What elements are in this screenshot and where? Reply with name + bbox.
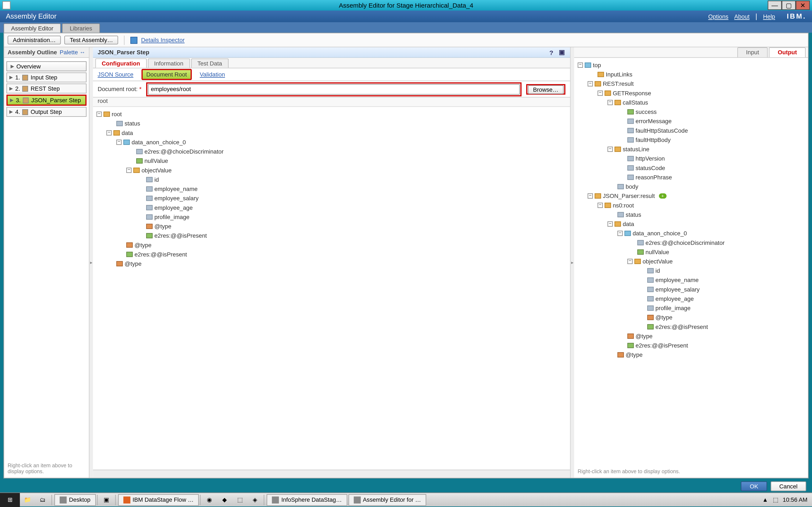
tree-node[interactable]: −GETResponse (578, 88, 805, 98)
tree-node[interactable]: −top (578, 60, 805, 69)
step-json-parser[interactable]: ▶3.JSON_Parser Step (6, 95, 87, 106)
close-button[interactable]: ✕ (796, 1, 810, 10)
tree-node[interactable]: nullValue (578, 247, 805, 257)
tree-node[interactable]: reasonPhrase (578, 172, 805, 182)
right-splitter[interactable] (571, 47, 574, 478)
step-input[interactable]: ▶1.Input Step (6, 72, 87, 82)
tab-information[interactable]: Information (148, 59, 190, 68)
test-assembly-button[interactable]: Test Assembly… (64, 36, 118, 44)
tab-input[interactable]: Input (738, 47, 768, 57)
tab-libraries[interactable]: Libraries (62, 23, 100, 33)
task-assembly-editor[interactable]: Assembly Editor for … (348, 494, 426, 506)
tree-node[interactable]: e2res:@@isPresent (96, 249, 566, 259)
ok-button[interactable]: OK (741, 481, 767, 491)
task-datastage-flow[interactable]: IBM DataStage Flow … (118, 494, 199, 506)
tree-node[interactable]: −data_anon_choice_0 (96, 137, 566, 147)
collapse-toggle[interactable]: − (578, 62, 583, 67)
collapse-toggle[interactable]: − (588, 81, 593, 86)
tree-node[interactable]: InputLinks (578, 69, 805, 79)
collapse-toggle[interactable]: − (617, 230, 623, 236)
tree-node[interactable]: success (578, 107, 805, 116)
cfg-validation[interactable]: Validation (200, 71, 225, 77)
start-button[interactable]: ⊞ (0, 493, 20, 507)
tree-node[interactable]: −callStatus (578, 98, 805, 107)
tree-node[interactable]: e2res:@@isPresent (578, 341, 805, 350)
tree-node[interactable]: profile_image (96, 212, 566, 221)
tree-node[interactable]: −data (578, 219, 805, 228)
tree-node[interactable]: employee_name (96, 184, 566, 193)
cfg-document-root[interactable]: Document Root (142, 69, 192, 80)
tree-node[interactable]: −objectValue (96, 165, 566, 174)
ql-app1-icon[interactable]: ◆ (217, 493, 232, 507)
tree-node[interactable]: status (578, 210, 805, 219)
ql-app3-icon[interactable]: ◈ (247, 493, 263, 507)
tree-node[interactable]: e2res:@@choiceDiscriminator (96, 147, 566, 156)
collapse-toggle[interactable]: − (588, 193, 593, 199)
tree-node[interactable]: −data (96, 128, 566, 137)
tree-node[interactable]: −JSON_Parser:result+ (578, 191, 805, 200)
collapse-toggle[interactable]: − (106, 130, 112, 135)
tree-node[interactable]: faultHttpStatusCode (578, 125, 805, 135)
collapse-toggle[interactable]: − (608, 221, 613, 226)
tree-node[interactable]: @type (578, 313, 805, 322)
about-link[interactable]: About (734, 13, 749, 19)
tree-node[interactable]: @type (578, 331, 805, 341)
maximize-panel-icon[interactable]: ▣ (558, 49, 565, 56)
collapse-toggle[interactable]: − (598, 90, 603, 96)
collapse-toggle[interactable]: − (116, 139, 121, 145)
document-root-input[interactable] (148, 84, 519, 95)
task-desktop[interactable]: Desktop (54, 494, 96, 506)
step-rest[interactable]: ▶2.REST Step (6, 83, 87, 93)
tree-node[interactable]: employee_name (578, 275, 805, 284)
tree-node[interactable]: id (578, 266, 805, 275)
tree-node[interactable]: @type (578, 350, 805, 359)
tree-node[interactable]: −root (96, 109, 566, 118)
overview-button[interactable]: ▶Overview (6, 61, 87, 71)
tray-app-icon[interactable]: ⬚ (773, 496, 778, 503)
tree-node[interactable]: httpVersion (578, 154, 805, 163)
tree-node[interactable]: profile_image (578, 303, 805, 313)
details-inspector-link[interactable]: Details Inspector (141, 37, 185, 43)
tree-node[interactable]: statusCode (578, 163, 805, 172)
tree-node[interactable]: e2res:@@choiceDiscriminator (578, 238, 805, 247)
tree-node[interactable]: @type (96, 221, 566, 231)
tree-node[interactable]: −REST:result (578, 79, 805, 88)
ql-app2-icon[interactable]: ⬚ (232, 493, 247, 507)
palette-toggle[interactable]: Palette ↔ (60, 49, 85, 55)
ql-folder-icon[interactable]: 🗂 (35, 493, 50, 507)
browse-button[interactable]: Browse… (528, 85, 564, 94)
collapse-toggle[interactable]: − (598, 203, 603, 208)
tree-node[interactable]: body (578, 182, 805, 191)
ql-chrome-icon[interactable]: ◉ (202, 493, 217, 507)
tree-node[interactable]: −objectValue (578, 257, 805, 266)
tree-node[interactable]: employee_age (578, 294, 805, 303)
tab-test-data[interactable]: Test Data (191, 59, 229, 68)
step-output[interactable]: ▶4.Output Step (6, 107, 87, 117)
collapse-toggle[interactable]: − (126, 167, 132, 173)
collapse-toggle[interactable]: − (608, 100, 613, 105)
cfg-json-source[interactable]: JSON Source (98, 71, 134, 77)
tree-node[interactable]: @type (96, 259, 566, 268)
administration-button[interactable]: Administration… (8, 36, 61, 44)
tree-scrollbar[interactable] (93, 469, 570, 478)
tab-output[interactable]: Output (769, 47, 806, 57)
output-tree[interactable]: −topInputLinks−REST:result−GETResponse−c… (574, 58, 808, 465)
tree-node[interactable]: id (96, 175, 566, 184)
collapse-toggle[interactable]: − (608, 147, 613, 152)
tree-node[interactable]: −statusLine (578, 144, 805, 154)
options-link[interactable]: Options (708, 13, 728, 19)
tray-expand-icon[interactable]: ▲ (762, 496, 768, 503)
tree-node[interactable]: nullValue (96, 156, 566, 165)
help-link[interactable]: Help (763, 13, 775, 19)
tree-node[interactable]: @type (96, 240, 566, 249)
tree-node[interactable]: employee_salary (96, 193, 566, 203)
help-icon[interactable]: ? (548, 49, 555, 56)
tree-node[interactable]: faultHttpBody (578, 135, 805, 144)
tree-node[interactable]: status (96, 118, 566, 128)
tree-node[interactable]: employee_age (96, 203, 566, 212)
tree-node[interactable]: e2res:@@isPresent (96, 231, 566, 240)
tree-node[interactable]: −data_anon_choice_0 (578, 228, 805, 238)
tree-node[interactable]: e2res:@@isPresent (578, 322, 805, 331)
tree-node[interactable]: −ns0:root (578, 200, 805, 210)
task-infosphere[interactable]: InfoSphere DataStag… (267, 494, 347, 506)
